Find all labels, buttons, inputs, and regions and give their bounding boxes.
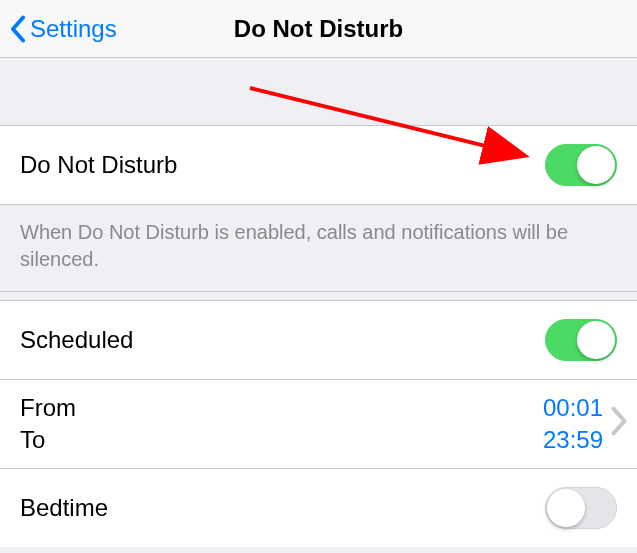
chevron-right-icon — [609, 406, 629, 442]
toggle-knob — [577, 146, 615, 184]
schedule-time-labels: From To — [20, 394, 543, 454]
scheduled-label: Scheduled — [20, 326, 133, 354]
bedtime-label: Bedtime — [20, 494, 108, 522]
from-time: 00:01 — [543, 394, 603, 422]
back-button[interactable]: Settings — [0, 15, 117, 43]
section-gap — [0, 58, 637, 126]
scheduled-row: Scheduled — [0, 301, 637, 380]
to-time: 23:59 — [543, 426, 603, 454]
chevron-left-icon — [10, 15, 26, 43]
section-gap-2 — [0, 291, 637, 301]
dnd-footer-text: When Do Not Disturb is enabled, calls an… — [0, 205, 637, 291]
from-label: From — [20, 394, 543, 422]
to-label: To — [20, 426, 543, 454]
bedtime-row: Bedtime — [0, 469, 637, 547]
toggle-knob — [547, 489, 585, 527]
schedule-time-row[interactable]: From To 00:01 23:59 — [0, 380, 637, 469]
dnd-label: Do Not Disturb — [20, 151, 177, 179]
dnd-row: Do Not Disturb — [0, 126, 637, 205]
back-label: Settings — [30, 15, 117, 43]
dnd-toggle[interactable] — [545, 144, 617, 186]
bedtime-toggle[interactable] — [545, 487, 617, 529]
scheduled-toggle[interactable] — [545, 319, 617, 361]
schedule-time-values: 00:01 23:59 — [543, 394, 603, 454]
toggle-knob — [577, 321, 615, 359]
navigation-bar: Settings Do Not Disturb — [0, 0, 637, 58]
